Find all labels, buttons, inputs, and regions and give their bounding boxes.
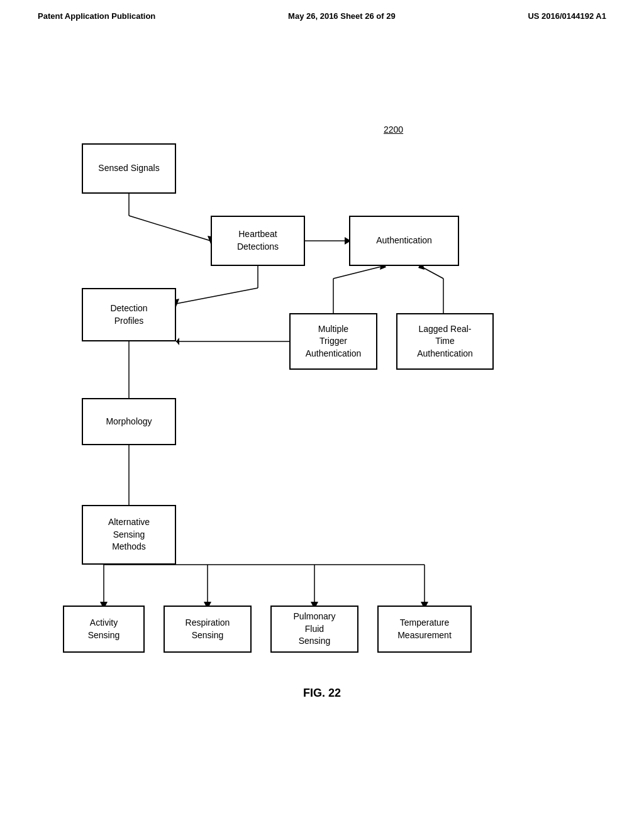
label-sensed-signals: Sensed Signals: [98, 162, 159, 175]
box-sensed-signals: Sensed Signals: [82, 143, 176, 194]
box-pulmonary-fluid: PulmonaryFluidSensing: [270, 606, 358, 653]
box-activity-sensing: ActivitySensing: [63, 606, 145, 653]
box-detection-profiles: DetectionProfiles: [82, 288, 176, 341]
box-alternative-sensing: AlternativeSensingMethods: [82, 505, 176, 565]
svg-marker-21: [176, 338, 179, 345]
label-morphology: Morphology: [106, 416, 152, 428]
label-temperature-measurement: TemperatureMeasurement: [397, 617, 452, 641]
label-activity-sensing: ActivitySensing: [88, 617, 120, 641]
box-respiration-sensing: RespirationSensing: [164, 606, 252, 653]
box-authentication: Authentication: [349, 216, 459, 266]
diagram-area: 2200: [0, 27, 644, 719]
header-right: US 2016/0144192 A1: [528, 11, 606, 21]
header-left: Patent Application Publication: [38, 11, 155, 21]
svg-line-18: [420, 266, 443, 279]
label-authentication: Authentication: [376, 235, 432, 247]
header-middle: May 26, 2016 Sheet 26 of 29: [288, 11, 396, 21]
box-heartbeat-detections: HeartbeatDetections: [211, 216, 305, 266]
box-morphology: Morphology: [82, 398, 176, 445]
label-lagged-realtime-auth: Lagged Real-TimeAuthentication: [417, 323, 473, 360]
label-heartbeat-detections: HeartbeatDetections: [237, 228, 279, 253]
svg-line-6: [176, 288, 258, 304]
label-multiple-trigger-auth: MultipleTriggerAuthentication: [306, 323, 362, 360]
box-multiple-trigger-auth: MultipleTriggerAuthentication: [289, 313, 377, 370]
label-detection-profiles: DetectionProfiles: [110, 302, 147, 327]
label-respiration-sensing: RespirationSensing: [186, 617, 230, 641]
label-pulmonary-fluid: PulmonaryFluidSensing: [294, 611, 336, 648]
label-alternative-sensing: AlternativeSensingMethods: [108, 516, 150, 553]
fig-caption: FIG. 22: [303, 687, 341, 700]
header: Patent Application Publication May 26, 2…: [0, 0, 644, 21]
svg-line-1: [129, 216, 211, 241]
box-lagged-realtime-auth: Lagged Real-TimeAuthentication: [396, 313, 494, 370]
box-temperature-measurement: TemperatureMeasurement: [377, 606, 472, 653]
diagram-label: 2200: [384, 124, 403, 135]
svg-line-15: [333, 266, 384, 279]
